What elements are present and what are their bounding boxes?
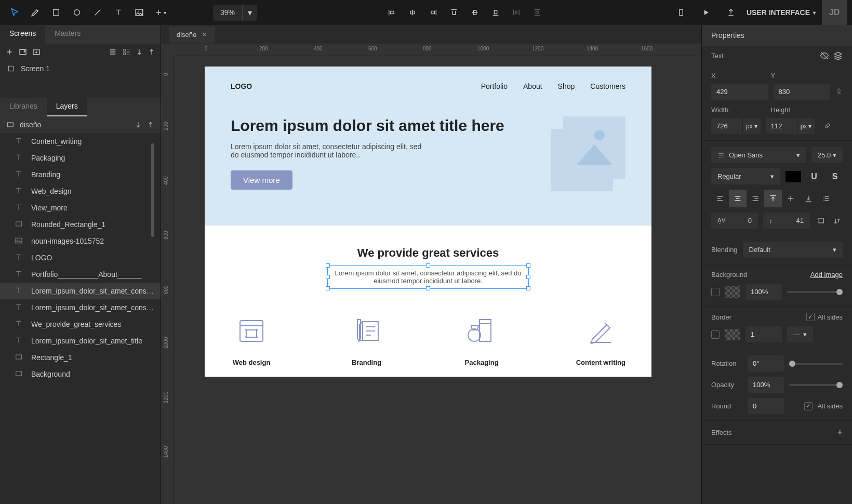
layer-item[interactable]: Lorem_ipsum_dolor_sit_amet_title [0, 333, 161, 349]
add-folder-icon[interactable] [32, 48, 41, 56]
zoom-value[interactable]: 39% [213, 5, 242, 20]
ellipse-tool[interactable] [68, 3, 86, 22]
canvas-viewport[interactable]: ◂ LOGO PortfolioAboutShopCustomers Lorem… [174, 56, 701, 504]
list-view-icon[interactable] [109, 48, 117, 56]
zoom-dropdown[interactable]: ▾ [242, 5, 257, 21]
align-left-icon[interactable] [382, 3, 401, 22]
text-transform-icon[interactable] [832, 213, 843, 229]
align-left-text-icon[interactable] [711, 190, 729, 207]
tab-layers[interactable]: Layers [47, 98, 87, 116]
align-middle-icon[interactable] [465, 3, 484, 22]
add-screen-icon[interactable] [5, 48, 14, 56]
zoom-control[interactable]: 39% ▾ [213, 5, 257, 21]
artboard[interactable]: LOGO PortfolioAboutShopCustomers Lorem i… [205, 67, 651, 377]
layers-icon[interactable] [833, 51, 843, 60]
layer-item[interactable]: Branding [0, 166, 161, 183]
close-tab-icon[interactable]: ✕ [202, 31, 207, 38]
pin-icon[interactable] [835, 84, 843, 99]
tab-screens[interactable]: Screens [0, 25, 45, 44]
align-bottom-icon[interactable] [486, 3, 505, 22]
grid-view-icon[interactable] [122, 48, 130, 56]
tab-masters[interactable]: Masters [45, 25, 90, 44]
add-tool[interactable]: ▾ [151, 3, 169, 22]
screen-item[interactable]: Screen 1 [0, 60, 161, 77]
rotation-slider[interactable] [789, 363, 843, 365]
sort-down-icon[interactable] [136, 48, 143, 56]
bg-opacity-slider[interactable] [787, 291, 843, 293]
align-center-h-icon[interactable] [403, 3, 422, 22]
round-allsides-check[interactable] [804, 402, 813, 410]
distribute-h-icon[interactable] [507, 3, 526, 22]
width-unit[interactable]: px ▾ [742, 118, 761, 134]
rectangle-tool[interactable] [47, 3, 65, 22]
border-allsides-check[interactable] [806, 313, 815, 321]
strikethrough-icon[interactable]: S [827, 169, 843, 184]
add-effect-icon[interactable]: + [837, 427, 843, 438]
layer-item[interactable]: LOGO [0, 249, 161, 266]
layers-scrollbar[interactable] [151, 143, 154, 237]
layer-item[interactable]: Portfolio__________About______ [0, 266, 161, 283]
text-tool[interactable] [109, 3, 128, 22]
line-tool[interactable] [88, 3, 107, 22]
text-color[interactable] [786, 171, 801, 182]
upload-icon[interactable] [722, 3, 740, 22]
line-height[interactable]: ↕41 [763, 213, 810, 229]
text-box-icon[interactable] [815, 213, 827, 229]
layer-item[interactable]: View_more [0, 200, 161, 216]
collapse-down-icon[interactable] [135, 121, 142, 128]
opacity-slider[interactable] [789, 384, 843, 386]
opacity-input[interactable] [748, 377, 784, 393]
layer-item[interactable]: Rounded_Rectangle_1 [0, 216, 161, 233]
border-color-swatch[interactable] [725, 329, 740, 340]
width-input[interactable] [711, 118, 742, 134]
visibility-icon[interactable] [820, 51, 829, 60]
image-tool[interactable] [130, 3, 149, 22]
align-top-icon[interactable] [445, 3, 463, 22]
layer-item[interactable]: Web_design [0, 183, 161, 200]
layer-item[interactable]: Content_writing [0, 133, 161, 150]
letter-spacing[interactable]: A̱V0 [711, 213, 758, 229]
align-right-text-icon[interactable] [747, 190, 764, 207]
round-input[interactable] [748, 398, 784, 414]
border-enable-check[interactable] [711, 330, 720, 339]
underline-icon[interactable]: U [806, 169, 822, 184]
rotation-input[interactable] [748, 355, 784, 372]
bg-enable-check[interactable] [711, 288, 720, 296]
layer-item[interactable]: We_provide_great_services [0, 316, 161, 333]
font-weight[interactable]: Regular▾ [711, 168, 780, 184]
layer-item[interactable]: Background [0, 366, 161, 382]
select-tool[interactable] [5, 3, 24, 22]
canvas-tab[interactable]: diseño ✕ [169, 26, 215, 43]
play-icon[interactable] [697, 3, 715, 22]
bg-color-swatch[interactable] [725, 286, 740, 298]
align-center-text-icon[interactable] [729, 190, 747, 207]
device-preview-icon[interactable] [672, 3, 690, 22]
layer-item[interactable]: noun-images-1015752 [0, 233, 161, 249]
font-select[interactable]: Open Sans▾ [711, 147, 806, 163]
valign-middle-icon[interactable] [782, 190, 800, 207]
font-size[interactable]: 25.0▾ [811, 147, 843, 163]
layer-item[interactable]: Rectangle_1 [0, 349, 161, 366]
x-input[interactable] [711, 84, 768, 100]
tab-libraries[interactable]: Libraries [0, 98, 47, 116]
pen-tool[interactable] [26, 3, 45, 22]
distribute-v-icon[interactable] [528, 3, 547, 22]
services-description[interactable]: Lorem ipsum dolor sit amet, consectetur … [329, 267, 527, 287]
layer-item[interactable]: Lorem_ipsum_dolor_sit_amet_consectetur [0, 299, 161, 316]
border-width-input[interactable] [746, 326, 782, 342]
valign-bottom-icon[interactable] [800, 190, 817, 207]
valign-top-icon[interactable] [764, 190, 782, 207]
list-icon[interactable] [817, 190, 835, 207]
add-image-icon[interactable] [19, 48, 27, 56]
user-avatar[interactable]: JD [822, 0, 847, 25]
link-dimensions-icon[interactable] [820, 118, 835, 134]
layer-item[interactable]: Lorem_ipsum_dolor_sit_amet_consectetur [0, 283, 161, 299]
layers-root[interactable]: diseño [0, 116, 161, 133]
sort-up-icon[interactable] [148, 48, 155, 56]
layer-item[interactable]: Packaging [0, 150, 161, 166]
mode-dropdown[interactable]: USER INTERFACE ▾ [747, 8, 816, 17]
y-input[interactable] [774, 84, 831, 100]
collapse-up-icon[interactable] [147, 121, 154, 128]
border-style[interactable]: —▾ [787, 326, 813, 342]
blending-select[interactable]: Default▾ [743, 242, 843, 258]
